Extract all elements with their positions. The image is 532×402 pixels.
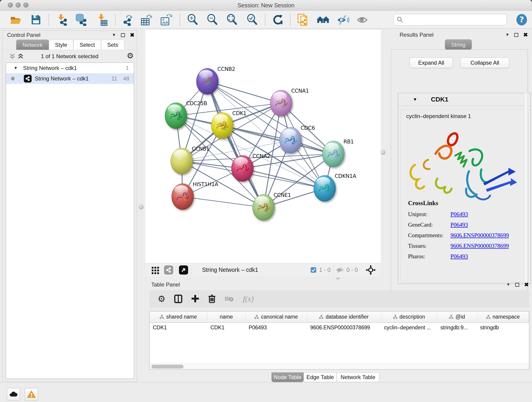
save-session-icon[interactable]: [29, 13, 43, 26]
column-header-shared-name[interactable]: shared name: [150, 312, 207, 322]
crosslink-link[interactable]: P06493: [450, 222, 468, 228]
pan-crosshair-icon[interactable]: [366, 265, 376, 275]
node-table[interactable]: shared namenamecanonical namedatabase id…: [149, 311, 529, 370]
zoom-in-icon[interactable]: [186, 13, 199, 26]
network-options-gear-icon[interactable]: ⚙: [127, 52, 133, 60]
birdseye-view-icon[interactable]: [179, 265, 188, 274]
network-node-CCNB1[interactable]: [171, 148, 193, 174]
table-cell[interactable]: stringdb:9...: [437, 322, 477, 332]
control-panel-close-icon[interactable]: ✖: [130, 32, 134, 38]
column-header--id[interactable]: @id: [437, 312, 477, 322]
left-splitter-handle[interactable]: [139, 204, 144, 210]
zoom-selected-icon[interactable]: [246, 13, 259, 26]
table-panel-float-icon[interactable]: [515, 283, 519, 287]
delete-column-icon[interactable]: [208, 294, 216, 303]
search-input[interactable]: [394, 14, 507, 26]
first-neighbors-icon[interactable]: [317, 13, 330, 26]
tab-edge-table[interactable]: Edge Table: [304, 372, 337, 382]
crosslink-link[interactable]: 9606.ENSP00000378699: [450, 232, 509, 239]
import-network-database-icon[interactable]: [74, 13, 88, 26]
column-header-canonical-name[interactable]: canonical name: [245, 312, 307, 322]
network-node-CCNA1[interactable]: [270, 90, 292, 116]
tab-select[interactable]: Select: [73, 40, 101, 50]
import-table-file-icon[interactable]: [95, 13, 109, 26]
network-node-CDC25B[interactable]: [165, 103, 187, 129]
results-panel-float-icon[interactable]: [514, 33, 518, 37]
network-node-CCNA2[interactable]: [231, 155, 253, 182]
grid-view-icon[interactable]: [151, 265, 160, 274]
table-cell[interactable]: CDK1: [150, 322, 207, 332]
scrollbar-thumb[interactable]: [152, 365, 184, 369]
delete-table-icon[interactable]: [225, 295, 234, 302]
zoom-out-icon[interactable]: [206, 13, 219, 26]
show-details-icon[interactable]: [356, 13, 370, 26]
tab-node-table[interactable]: Node Table: [272, 372, 304, 382]
results-scrollbar[interactable]: [524, 93, 528, 284]
export-table-icon[interactable]: [140, 13, 153, 26]
results-panel-collapse-icon[interactable]: ▼: [505, 32, 509, 37]
network-share-view-icon[interactable]: [164, 265, 173, 274]
table-cell[interactable]: stringdb: [477, 322, 529, 332]
network-row-selected[interactable]: String Network – cdk1 11 48: [6, 73, 134, 84]
zoom-fit-icon[interactable]: [225, 13, 239, 26]
collection-expander-icon[interactable]: ▼: [14, 66, 18, 70]
network-edge[interactable]: [207, 81, 264, 207]
column-header-database-identifier[interactable]: database identifier: [307, 312, 381, 322]
network-canvas[interactable]: CCNB2CCNA1CDC25BCDK1CDC6RB1CCNB1CCNA2CDK…: [145, 30, 381, 263]
protein-header[interactable]: ▼ CDK1: [398, 93, 531, 106]
network-edge[interactable]: [207, 81, 281, 103]
right-splitter-handle[interactable]: [380, 150, 386, 155]
hide-selected-icon[interactable]: [336, 13, 350, 26]
table-cell[interactable]: P06493: [245, 322, 307, 332]
network-edge[interactable]: [183, 197, 264, 207]
table-panel-close-icon[interactable]: ✖: [524, 282, 529, 287]
network-edge[interactable]: [222, 126, 333, 154]
cloud-status-button[interactable]: [7, 388, 20, 400]
table-horizontal-scrollbar[interactable]: [149, 364, 529, 370]
collapse-all-button[interactable]: Collapse All: [460, 57, 509, 68]
column-header-name[interactable]: name: [207, 312, 245, 322]
tab-style[interactable]: Style: [49, 40, 73, 50]
open-session-icon[interactable]: [9, 13, 22, 26]
selected-checkbox-icon[interactable]: [310, 267, 317, 273]
network-node-CCNE1[interactable]: [253, 194, 274, 220]
table-cell[interactable]: cyclin–dependent ...: [381, 322, 437, 332]
network-node-HIST1H1A[interactable]: [172, 184, 194, 210]
hidden-eye-icon[interactable]: [336, 267, 344, 274]
tab-sets[interactable]: Sets: [101, 40, 124, 50]
results-panel-close-icon[interactable]: ✖: [523, 32, 528, 38]
import-network-file-icon[interactable]: [55, 13, 68, 26]
export-image-icon[interactable]: [159, 13, 173, 26]
help-icon[interactable]: ?: [515, 13, 528, 26]
show-columns-icon[interactable]: [174, 294, 182, 303]
bottom-splitter-handle[interactable]: [336, 278, 340, 279]
network-node-CDC6[interactable]: [279, 127, 302, 153]
tab-network[interactable]: Network: [16, 40, 49, 50]
crosslink-link[interactable]: P06493: [450, 253, 468, 260]
expand-all-button[interactable]: Expand All: [409, 57, 453, 68]
network-node-RB1[interactable]: [322, 141, 344, 167]
table-cell[interactable]: CDK1: [207, 322, 245, 332]
protein-expander-icon[interactable]: ▼: [413, 97, 417, 102]
warning-status-button[interactable]: [25, 388, 38, 400]
table-cell[interactable]: 9606.ENSP00000378699: [307, 322, 381, 332]
control-panel-float-icon[interactable]: [121, 33, 125, 37]
export-network-icon[interactable]: [121, 13, 134, 26]
string-document-icon[interactable]: [296, 13, 309, 26]
column-header-namespace[interactable]: namespace: [477, 312, 529, 322]
table-row[interactable]: CDK1CDK1P064939606.ENSP00000378699cyclin…: [150, 322, 529, 332]
column-header-description[interactable]: description: [381, 312, 437, 322]
network-collection-row[interactable]: ▼ String Network – cdk1 1: [6, 63, 134, 73]
tab-string[interactable]: String: [445, 39, 472, 50]
control-panel-collapse-icon[interactable]: ▼: [112, 33, 116, 37]
table-panel-collapse-icon[interactable]: ▼: [506, 282, 510, 287]
crosslink-link[interactable]: 9606.ENSP00000378699: [450, 243, 509, 249]
add-column-icon[interactable]: [191, 294, 199, 303]
network-node-CDKN1A[interactable]: [314, 175, 336, 201]
tab-network-table[interactable]: Network Table: [337, 372, 379, 382]
refresh-view-icon[interactable]: [271, 13, 285, 26]
function-builder-icon[interactable]: f(x): [243, 294, 254, 303]
network-node-CCNB2[interactable]: [196, 68, 218, 95]
table-options-gear-icon[interactable]: ⚙: [158, 294, 165, 303]
network-node-CDK1[interactable]: [211, 113, 233, 139]
